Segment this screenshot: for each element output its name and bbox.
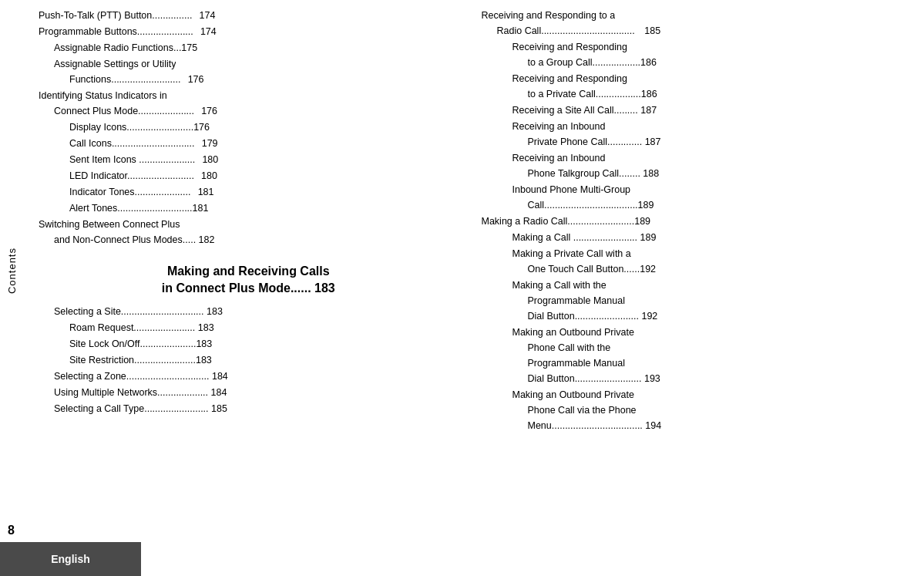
toc-line: Selecting a Zone........................… <box>39 369 459 384</box>
toc-entry: Roam Request....................... 183 <box>39 320 459 335</box>
toc-line: Receiving an Inbound <box>482 119 909 134</box>
toc-label: Receiving an Inbound <box>512 119 606 134</box>
toc-label: Selecting a Call Type...................… <box>54 401 227 416</box>
toc-label: Phone Call with the <box>528 340 611 355</box>
main-content: Push-To-Talk (PTT) Button...............… <box>23 0 924 576</box>
toc-line: Identifying Status Indicators in <box>39 88 459 103</box>
toc-line: Using Multiple Networks.................… <box>39 385 459 400</box>
toc-label: Call Icons..............................… <box>69 136 195 151</box>
toc-line: Programmable Buttons....................… <box>39 24 459 39</box>
toc-line: Sent Item Icons ..................... 18… <box>39 152 459 167</box>
toc-entry: Assignable Radio Functions...175 <box>39 40 459 56</box>
toc-label: Selecting a Site........................… <box>54 304 223 319</box>
toc-line: Functions.......................... 176 <box>39 72 459 87</box>
toc-label: Site Restriction.......................1… <box>69 352 212 368</box>
page-container: Contents 8 English Push-To-Talk (PTT) Bu… <box>0 0 924 576</box>
toc-entry: Making a Radio Call.....................… <box>482 214 909 229</box>
toc-entry: Call Icons..............................… <box>39 136 459 151</box>
toc-line: Receiving and Responding <box>482 39 909 55</box>
toc-label: and Non-Connect Plus Modes..... 182 <box>54 232 214 248</box>
toc-entry: Switching Between Connect Plus and Non-C… <box>39 217 459 248</box>
toc-line: Site Restriction.......................1… <box>39 352 459 368</box>
toc-label: Using Multiple Networks.................… <box>54 385 227 400</box>
toc-label: Selecting a Zone........................… <box>54 369 228 384</box>
toc-entry: Identifying Status Indicators in Connect… <box>39 88 459 119</box>
toc-label: Menu.................................. 1… <box>528 418 662 433</box>
right-column: Receiving and Responding to a Radio Call… <box>474 0 925 576</box>
toc-label: Connect Plus Mode..................... <box>54 103 194 119</box>
toc-line: Phone Talkgroup Call........ 188 <box>482 166 909 181</box>
toc-line: Menu.................................. 1… <box>482 418 909 433</box>
toc-line: Display Icons.........................17… <box>39 120 459 135</box>
toc-line: Making a Private Call with a <box>482 246 909 261</box>
toc-entry: Inbound Phone Multi-Group Call..........… <box>482 182 909 213</box>
toc-label: Radio Call..............................… <box>497 23 638 39</box>
toc-line: Private Phone Call............. 187 <box>482 134 909 150</box>
toc-line: One Touch Call Button......192 <box>482 261 909 277</box>
toc-line: Call...................................1… <box>482 197 909 213</box>
toc-page: 185 <box>637 23 660 39</box>
toc-entry: Display Icons.........................17… <box>39 120 459 135</box>
toc-label: Receiving and Responding <box>512 71 627 86</box>
toc-label: Making a Private Call with a <box>512 246 631 261</box>
toc-page: 176 <box>194 103 217 119</box>
toc-line: Assignable Radio Functions...175 <box>39 40 459 56</box>
toc-entry: Using Multiple Networks.................… <box>39 385 459 400</box>
toc-label: LED Indicator......................... <box>69 168 194 184</box>
toc-line: to a Private Call.................186 <box>482 86 909 102</box>
toc-page: 181 <box>190 184 213 200</box>
toc-entry: Making a Call ........................ 1… <box>482 230 909 245</box>
toc-label: Dial Button........................ 192 <box>528 308 658 324</box>
toc-label: Indicator Tones..................... <box>69 184 190 200</box>
toc-line: Call Icons..............................… <box>39 136 459 151</box>
toc-entry: Making a Call with the Programmable Manu… <box>482 278 909 324</box>
toc-entry: Receiving and Responding to a Radio Call… <box>482 8 909 39</box>
toc-label: Site Lock On/Off.....................183 <box>69 336 212 352</box>
toc-entry: Receiving a Site All Call......... 187 <box>482 103 909 118</box>
toc-label: to a Private Call.................186 <box>528 86 657 102</box>
toc-line: Connect Plus Mode..................... 1… <box>39 103 459 119</box>
toc-label: Alert Tones............................1… <box>69 200 208 216</box>
toc-entry: Site Restriction.......................1… <box>39 352 459 368</box>
toc-line: Phone Call with the <box>482 340 909 355</box>
toc-line: to a Group Call..................186 <box>482 55 909 70</box>
toc-line: Radio Call..............................… <box>482 23 909 39</box>
toc-entry: Receiving and Responding to a Group Call… <box>482 39 909 70</box>
toc-label: Display Icons.........................17… <box>69 120 210 135</box>
toc-label: Sent Item Icons ..................... <box>69 152 195 167</box>
toc-line: Switching Between Connect Plus <box>39 217 459 232</box>
toc-label: Phone Call via the Phone <box>528 403 637 418</box>
toc-label: Identifying Status Indicators in <box>39 88 167 103</box>
sidebar-label: Contents <box>6 248 18 294</box>
toc-line: Making a Call ........................ 1… <box>482 230 909 245</box>
toc-label: One Touch Call Button......192 <box>528 261 657 277</box>
toc-line: Alert Tones............................1… <box>39 200 459 216</box>
toc-entry: Selecting a Call Type...................… <box>39 401 459 416</box>
toc-line: Receiving an Inbound <box>482 150 909 166</box>
toc-line: Assignable Settings or Utility <box>39 56 459 72</box>
toc-label: Making an Outbound Private <box>512 387 634 403</box>
toc-line: Roam Request....................... 183 <box>39 320 459 335</box>
toc-line: Phone Call via the Phone <box>482 403 909 418</box>
toc-label: Making a Radio Call.....................… <box>482 214 651 229</box>
english-tab-label: English <box>51 553 90 565</box>
toc-entry: Programmable Buttons....................… <box>39 24 459 39</box>
toc-page: 180 <box>194 168 217 184</box>
english-tab[interactable]: English <box>0 542 141 576</box>
toc-entry: Indicator Tones..................... 181 <box>39 184 459 200</box>
toc-entry: Selecting a Site........................… <box>39 304 459 319</box>
toc-entry: Making a Private Call with a One Touch C… <box>482 246 909 277</box>
left-column: Push-To-Talk (PTT) Button...............… <box>23 0 474 576</box>
toc-label: Switching Between Connect Plus <box>39 217 180 232</box>
toc-line: LED Indicator......................... 1… <box>39 168 459 184</box>
toc-label: Receiving a Site All Call......... 187 <box>512 103 657 118</box>
toc-line: Inbound Phone Multi-Group <box>482 182 909 197</box>
toc-entry: Receiving an Inbound Phone Talkgroup Cal… <box>482 150 909 181</box>
toc-line: Receiving and Responding to a <box>482 8 909 23</box>
toc-entry: Assignable Settings or Utility Functions… <box>39 56 459 87</box>
toc-line: Receiving a Site All Call......... 187 <box>482 103 909 118</box>
toc-label: to a Group Call..................186 <box>528 55 657 70</box>
toc-line: Dial Button......................... 193 <box>482 371 909 386</box>
toc-label: Making an Outbound Private <box>512 325 634 340</box>
toc-entry: Making an Outbound Private Phone Call wi… <box>482 325 909 386</box>
